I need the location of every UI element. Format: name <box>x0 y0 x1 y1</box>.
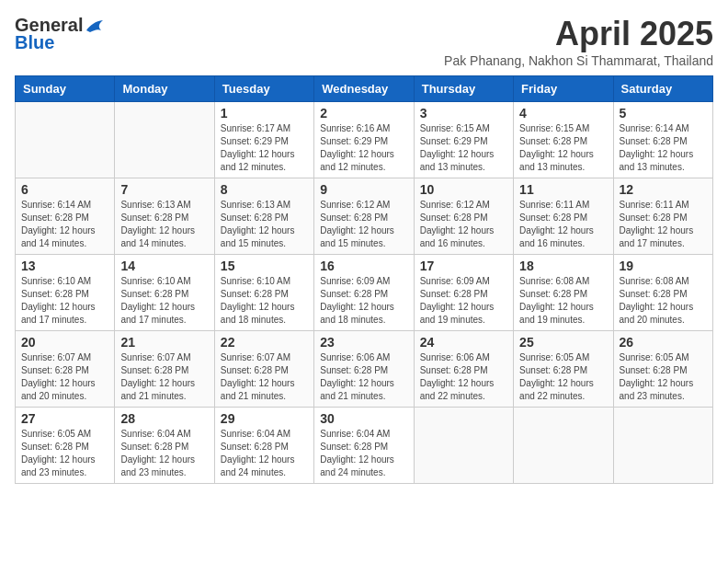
day-number: 11 <box>519 182 607 197</box>
calendar-cell <box>414 408 513 484</box>
calendar-cell: 1Sunrise: 6:17 AM Sunset: 6:29 PM Daylig… <box>214 102 313 178</box>
day-info: Sunrise: 6:04 AM Sunset: 6:28 PM Dayligh… <box>320 428 407 479</box>
day-info: Sunrise: 6:15 AM Sunset: 6:28 PM Dayligh… <box>519 122 607 174</box>
calendar-cell: 6Sunrise: 6:14 AM Sunset: 6:28 PM Daylig… <box>16 178 115 255</box>
day-number: 6 <box>21 182 108 197</box>
day-info: Sunrise: 6:06 AM Sunset: 6:28 PM Dayligh… <box>320 351 407 403</box>
calendar-cell: 4Sunrise: 6:15 AM Sunset: 6:28 PM Daylig… <box>514 102 613 178</box>
weekday-header-monday: Monday <box>115 76 214 102</box>
calendar-cell: 28Sunrise: 6:04 AM Sunset: 6:28 PM Dayli… <box>115 408 214 484</box>
day-number: 18 <box>519 259 607 273</box>
day-number: 3 <box>420 106 507 121</box>
calendar-cell: 27Sunrise: 6:05 AM Sunset: 6:28 PM Dayli… <box>16 408 115 484</box>
calendar-cell <box>514 408 613 484</box>
day-info: Sunrise: 6:04 AM Sunset: 6:28 PM Dayligh… <box>221 428 308 479</box>
calendar-cell: 23Sunrise: 6:06 AM Sunset: 6:28 PM Dayli… <box>314 331 414 408</box>
day-info: Sunrise: 6:07 AM Sunset: 6:28 PM Dayligh… <box>120 351 208 403</box>
location-title: Pak Phanang, Nakhon Si Thammarat, Thaila… <box>444 53 713 68</box>
day-info: Sunrise: 6:05 AM Sunset: 6:28 PM Dayligh… <box>519 351 607 403</box>
day-info: Sunrise: 6:08 AM Sunset: 6:28 PM Dayligh… <box>519 275 607 327</box>
calendar-week-row: 20Sunrise: 6:07 AM Sunset: 6:28 PM Dayli… <box>16 331 713 408</box>
day-number: 23 <box>320 335 407 350</box>
day-number: 9 <box>320 182 407 197</box>
day-number: 17 <box>420 259 507 273</box>
day-number: 28 <box>120 411 208 426</box>
calendar-cell: 30Sunrise: 6:04 AM Sunset: 6:28 PM Dayli… <box>314 408 414 484</box>
day-number: 24 <box>420 335 507 350</box>
weekday-header-tuesday: Tuesday <box>214 76 313 102</box>
calendar-cell: 21Sunrise: 6:07 AM Sunset: 6:28 PM Dayli… <box>115 331 214 408</box>
calendar-cell: 9Sunrise: 6:12 AM Sunset: 6:28 PM Daylig… <box>314 178 414 255</box>
weekday-header-thursday: Thursday <box>414 76 513 102</box>
day-info: Sunrise: 6:08 AM Sunset: 6:28 PM Dayligh… <box>620 275 707 327</box>
day-info: Sunrise: 6:13 AM Sunset: 6:28 PM Dayligh… <box>120 199 208 250</box>
calendar-cell: 11Sunrise: 6:11 AM Sunset: 6:28 PM Dayli… <box>514 178 613 255</box>
calendar-cell: 5Sunrise: 6:14 AM Sunset: 6:28 PM Daylig… <box>613 102 712 178</box>
day-number: 7 <box>120 182 208 197</box>
calendar-cell: 20Sunrise: 6:07 AM Sunset: 6:28 PM Dayli… <box>16 331 115 408</box>
calendar-cell: 10Sunrise: 6:12 AM Sunset: 6:28 PM Dayli… <box>414 178 513 255</box>
day-info: Sunrise: 6:09 AM Sunset: 6:28 PM Dayligh… <box>320 275 407 327</box>
day-info: Sunrise: 6:05 AM Sunset: 6:28 PM Dayligh… <box>620 351 707 403</box>
day-number: 22 <box>221 335 308 350</box>
day-info: Sunrise: 6:04 AM Sunset: 6:28 PM Dayligh… <box>120 428 208 479</box>
day-number: 16 <box>320 259 407 273</box>
day-info: Sunrise: 6:10 AM Sunset: 6:28 PM Dayligh… <box>120 275 208 327</box>
calendar-cell: 17Sunrise: 6:09 AM Sunset: 6:28 PM Dayli… <box>414 255 513 331</box>
day-number: 13 <box>21 259 108 273</box>
calendar-cell: 15Sunrise: 6:10 AM Sunset: 6:28 PM Dayli… <box>214 255 313 331</box>
day-info: Sunrise: 6:11 AM Sunset: 6:28 PM Dayligh… <box>519 199 607 250</box>
weekday-header-friday: Friday <box>514 76 613 102</box>
day-info: Sunrise: 6:07 AM Sunset: 6:28 PM Dayligh… <box>21 351 108 403</box>
calendar-cell: 19Sunrise: 6:08 AM Sunset: 6:28 PM Dayli… <box>613 255 712 331</box>
calendar-cell: 8Sunrise: 6:13 AM Sunset: 6:28 PM Daylig… <box>214 178 313 255</box>
weekday-header-row: SundayMondayTuesdayWednesdayThursdayFrid… <box>16 76 713 102</box>
day-info: Sunrise: 6:06 AM Sunset: 6:28 PM Dayligh… <box>420 351 507 403</box>
calendar-cell: 2Sunrise: 6:16 AM Sunset: 6:29 PM Daylig… <box>314 102 414 178</box>
calendar-cell <box>613 408 712 484</box>
day-info: Sunrise: 6:14 AM Sunset: 6:28 PM Dayligh… <box>620 122 707 174</box>
calendar-week-row: 6Sunrise: 6:14 AM Sunset: 6:28 PM Daylig… <box>16 178 713 255</box>
weekday-header-saturday: Saturday <box>613 76 712 102</box>
day-number: 21 <box>120 335 208 350</box>
day-number: 2 <box>320 106 407 121</box>
calendar-cell: 18Sunrise: 6:08 AM Sunset: 6:28 PM Dayli… <box>514 255 613 331</box>
day-number: 29 <box>221 411 308 426</box>
logo: General Blue <box>15 15 105 53</box>
day-number: 25 <box>519 335 607 350</box>
page-header: General Blue April 2025 Pak Phanang, Nak… <box>15 15 713 68</box>
calendar-cell: 14Sunrise: 6:10 AM Sunset: 6:28 PM Dayli… <box>115 255 214 331</box>
calendar-cell <box>16 102 115 178</box>
day-number: 20 <box>21 335 108 350</box>
calendar-cell: 24Sunrise: 6:06 AM Sunset: 6:28 PM Dayli… <box>414 331 513 408</box>
day-number: 4 <box>519 106 607 121</box>
day-info: Sunrise: 6:07 AM Sunset: 6:28 PM Dayligh… <box>221 351 308 403</box>
logo-blue: Blue <box>15 32 54 53</box>
day-info: Sunrise: 6:14 AM Sunset: 6:28 PM Dayligh… <box>21 199 108 250</box>
day-info: Sunrise: 6:05 AM Sunset: 6:28 PM Dayligh… <box>21 428 108 479</box>
day-info: Sunrise: 6:09 AM Sunset: 6:28 PM Dayligh… <box>420 275 507 327</box>
day-number: 19 <box>620 259 707 273</box>
day-number: 1 <box>221 106 308 121</box>
calendar-cell: 13Sunrise: 6:10 AM Sunset: 6:28 PM Dayli… <box>16 255 115 331</box>
calendar-cell: 22Sunrise: 6:07 AM Sunset: 6:28 PM Dayli… <box>214 331 313 408</box>
calendar-cell: 7Sunrise: 6:13 AM Sunset: 6:28 PM Daylig… <box>115 178 214 255</box>
day-info: Sunrise: 6:11 AM Sunset: 6:28 PM Dayligh… <box>620 199 707 250</box>
logo-bird-icon <box>85 17 105 34</box>
day-info: Sunrise: 6:12 AM Sunset: 6:28 PM Dayligh… <box>320 199 407 250</box>
calendar-table: SundayMondayTuesdayWednesdayThursdayFrid… <box>15 75 713 484</box>
day-number: 12 <box>620 182 707 197</box>
calendar-cell: 16Sunrise: 6:09 AM Sunset: 6:28 PM Dayli… <box>314 255 414 331</box>
day-info: Sunrise: 6:10 AM Sunset: 6:28 PM Dayligh… <box>21 275 108 327</box>
day-info: Sunrise: 6:16 AM Sunset: 6:29 PM Dayligh… <box>320 122 407 174</box>
day-info: Sunrise: 6:15 AM Sunset: 6:29 PM Dayligh… <box>420 122 507 174</box>
calendar-cell: 29Sunrise: 6:04 AM Sunset: 6:28 PM Dayli… <box>214 408 313 484</box>
title-section: April 2025 Pak Phanang, Nakhon Si Thamma… <box>444 15 713 68</box>
calendar-cell: 3Sunrise: 6:15 AM Sunset: 6:29 PM Daylig… <box>414 102 513 178</box>
day-number: 10 <box>420 182 507 197</box>
calendar-cell: 26Sunrise: 6:05 AM Sunset: 6:28 PM Dayli… <box>613 331 712 408</box>
calendar-week-row: 27Sunrise: 6:05 AM Sunset: 6:28 PM Dayli… <box>16 408 713 484</box>
month-title: April 2025 <box>444 15 713 53</box>
day-number: 30 <box>320 411 407 426</box>
day-info: Sunrise: 6:17 AM Sunset: 6:29 PM Dayligh… <box>221 122 308 174</box>
